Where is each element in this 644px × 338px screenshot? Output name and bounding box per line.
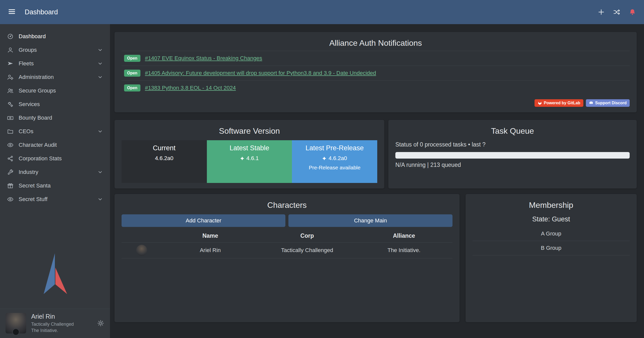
user-icon xyxy=(7,47,14,53)
sidebar-item-label: Fleets xyxy=(19,60,92,67)
notification-row: Open #1405 Advisory: Future development … xyxy=(122,66,630,80)
sidebar-item-secure-groups[interactable]: Secure Groups xyxy=(0,84,110,98)
shuffle-icon[interactable] xyxy=(613,9,620,16)
sidebar-item-fleets[interactable]: Fleets xyxy=(0,57,110,70)
version-prerelease-label: Latest Pre-Release xyxy=(294,144,375,152)
version-prerelease-note: Pre-Release available xyxy=(294,165,375,171)
version-prerelease-panel: Latest Pre-Release 4.6.2a0 Pre-Release a… xyxy=(292,140,377,183)
characters-membership-row: Characters Add Character Change Main Nam… xyxy=(115,194,637,322)
folder-icon xyxy=(7,128,14,135)
sidebar-item-secret-santa[interactable]: Secret Santa xyxy=(0,179,110,192)
version-stable-value: 4.6.1 xyxy=(209,155,290,162)
sidebar-item-label: CEOs xyxy=(19,128,92,135)
character-alliance-cell: The Initiative. xyxy=(356,247,452,254)
sidebar-item-corporation-stats[interactable]: Corporation Stats xyxy=(0,152,110,165)
sidebar-item-label: Administration xyxy=(19,74,92,80)
notifications-title: Alliance Auth Notifications xyxy=(122,38,630,48)
membership-card: Membership State: Guest A Group B Group xyxy=(466,194,637,322)
gear-icon[interactable] xyxy=(97,319,104,327)
characters-buttons: Add Character Change Main xyxy=(122,214,452,227)
notification-link[interactable]: #1405 Advisory: Future development will … xyxy=(145,70,376,76)
task-queue-card: Task Queue Status of 0 processed tasks •… xyxy=(388,120,637,188)
gift-icon xyxy=(7,182,14,189)
sidebar-item-label: Secret Santa xyxy=(19,182,103,189)
eve-icon xyxy=(322,156,326,161)
gitlab-badge[interactable]: Powered by GitLab xyxy=(535,99,583,107)
eve-icon xyxy=(240,156,244,161)
notification-row: Open #1407 EVE Equinox Status - Breaking… xyxy=(122,51,630,66)
sidebar-item-label: Corporation Stats xyxy=(19,155,103,162)
notification-link[interactable]: #1407 EVE Equinox Status - Breaking Chan… xyxy=(145,55,262,62)
hamburger-menu-icon[interactable] xyxy=(8,8,16,16)
sidebar-item-secret-stuff[interactable]: Secret Stuff xyxy=(0,192,110,206)
sidebar-item-services[interactable]: Services xyxy=(0,98,110,111)
column-header-alliance: Alliance xyxy=(356,232,452,239)
sidebar-item-administration[interactable]: Administration xyxy=(0,70,110,84)
sidebar-item-ceos[interactable]: CEOs xyxy=(0,125,110,138)
notification-link[interactable]: #1383 Python 3.8 EOL - 14 Oct 2024 xyxy=(145,85,236,91)
change-main-button[interactable]: Change Main xyxy=(288,214,452,227)
list-item: B Group xyxy=(473,241,630,255)
discord-badge-label: Support Discord xyxy=(595,101,627,105)
top-navbar: Dashboard xyxy=(0,0,644,24)
share-icon xyxy=(7,155,14,162)
version-prerelease-value: 4.6.2a0 xyxy=(294,155,375,162)
money-icon xyxy=(7,115,14,121)
sidebar-item-bounty-board[interactable]: Bounty Board xyxy=(0,111,110,125)
character-name-cell: Ariel Rin xyxy=(162,247,259,254)
chevron-down-icon xyxy=(97,129,103,134)
user-alliance: The Initiative. xyxy=(31,327,92,333)
user-avatar xyxy=(6,313,26,333)
characters-card: Characters Add Character Change Main Nam… xyxy=(115,194,460,322)
sidebar-item-label: Bounty Board xyxy=(19,115,103,121)
sidebar-item-industry[interactable]: Industry xyxy=(0,165,110,179)
eye-icon xyxy=(7,196,14,203)
user-name: Ariel Rin xyxy=(31,313,92,320)
corp-logo-icon xyxy=(12,328,19,335)
status-badge: Open xyxy=(124,70,140,77)
wrench-icon xyxy=(7,169,14,175)
sidebar-item-label: Groups xyxy=(19,47,92,53)
sidebar-item-dashboard[interactable]: Dashboard xyxy=(0,30,110,43)
sidebar-item-label: Industry xyxy=(19,169,92,175)
task-queue-progress-bar xyxy=(395,152,630,159)
main-content: Alliance Auth Notifications Open #1407 E… xyxy=(110,24,644,338)
sidebar-item-label: Character Audit xyxy=(19,142,103,148)
task-queue-title: Task Queue xyxy=(395,126,630,136)
character-corp-cell: Tactically Challenged xyxy=(259,247,356,254)
status-badge: Open xyxy=(124,84,140,91)
chevron-down-icon xyxy=(97,47,103,53)
notification-row: Open #1383 Python 3.8 EOL - 14 Oct 2024 xyxy=(122,80,630,95)
software-version-title: Software Version xyxy=(122,126,377,136)
character-portrait xyxy=(136,245,147,256)
gears-icon xyxy=(7,101,14,108)
eye-icon xyxy=(7,142,14,148)
sidebar-item-label: Services xyxy=(19,101,103,108)
users-icon xyxy=(7,87,14,94)
sidebar-user-panel: Ariel Rin Tactically Challenged The Init… xyxy=(0,309,110,338)
column-header-name: Name xyxy=(162,232,259,239)
membership-title: Membership xyxy=(473,201,630,210)
user-info: Ariel Rin Tactically Challenged The Init… xyxy=(31,313,92,333)
characters-table-header: Name Corp Alliance xyxy=(122,229,452,243)
discord-badge[interactable]: Support Discord xyxy=(586,99,630,107)
notifications-bell-icon[interactable] xyxy=(629,9,636,16)
user-corp: Tactically Challenged xyxy=(31,321,92,327)
notifications-card: Alliance Auth Notifications Open #1407 E… xyxy=(115,32,637,112)
version-prerelease-number: 4.6.2a0 xyxy=(328,155,347,162)
sidebar-item-groups[interactable]: Groups xyxy=(0,43,110,57)
add-icon[interactable] xyxy=(598,9,605,16)
version-current-panel: Current 4.6.2a0 xyxy=(122,140,207,183)
software-version-panels: Current 4.6.2a0 Latest Stable 4.6.1 Late… xyxy=(122,140,377,183)
sidebar-item-character-audit[interactable]: Character Audit xyxy=(0,138,110,152)
table-row: Ariel Rin Tactically Challenged The Init… xyxy=(122,243,452,258)
navbar-actions xyxy=(598,9,636,16)
version-stable-label: Latest Stable xyxy=(209,144,290,152)
version-stable-panel: Latest Stable 4.6.1 xyxy=(207,140,292,183)
task-queue-counts: N/A running | 213 queued xyxy=(395,162,630,168)
sidebar: Dashboard Groups Fleets xyxy=(0,24,110,338)
version-stable-number: 4.6.1 xyxy=(246,155,259,162)
add-character-button[interactable]: Add Character xyxy=(122,214,285,227)
version-taskqueue-row: Software Version Current 4.6.2a0 Latest … xyxy=(115,120,637,188)
page-title: Dashboard xyxy=(25,8,58,16)
